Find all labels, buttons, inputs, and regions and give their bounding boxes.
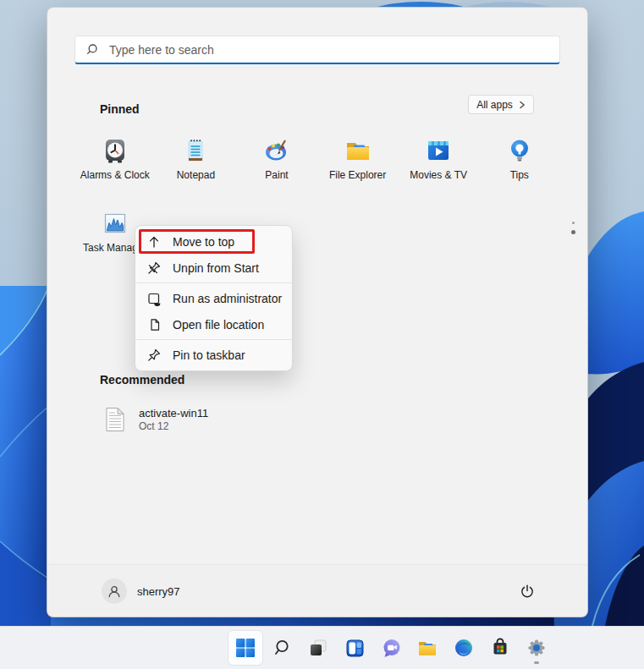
all-apps-button[interactable]: All apps <box>468 95 534 114</box>
person-icon <box>107 584 122 599</box>
taskbar-start-button[interactable] <box>228 631 262 665</box>
document-icon <box>105 407 125 432</box>
pinned-app-alarms-clock[interactable]: Alarms & Clock <box>74 133 156 181</box>
tips-icon <box>505 136 534 165</box>
taskbar <box>0 626 644 669</box>
taskbar-task-view-button[interactable] <box>301 631 335 665</box>
page-dot-2-active[interactable] <box>571 230 575 234</box>
taskbar-file-explorer-icon <box>416 637 438 659</box>
context-menu-item-pin-to-taskbar[interactable]: Pin to taskbar <box>135 342 292 368</box>
context-menu-item-run-as-administrator[interactable]: Run as administrator <box>135 285 292 311</box>
context-menu-label: Unpin from Start <box>173 261 259 275</box>
chat-icon <box>381 638 401 658</box>
recommended-item-name: activate-win11 <box>139 406 208 420</box>
pin-icon <box>146 348 162 363</box>
file-explorer-icon <box>344 136 372 165</box>
pinned-page-indicator[interactable] <box>571 222 575 234</box>
pinned-app-paint[interactable]: Paint <box>236 133 317 181</box>
movies-tv-icon <box>424 136 453 165</box>
taskbar-chat-button[interactable] <box>374 631 408 665</box>
search-box[interactable] <box>74 36 560 64</box>
app-label: Alarms & Clock <box>80 169 150 181</box>
context-menu-label: Move to top <box>173 235 234 249</box>
desktop-screen: Pinned All apps <box>0 0 644 669</box>
recommended-item-date: Oct 12 <box>139 420 208 433</box>
pinned-app-tips[interactable]: Tips <box>479 133 560 181</box>
taskbar-store-button[interactable] <box>483 631 517 665</box>
task-manager-context-menu: Move to top Unpin from Start Run as admi… <box>135 225 293 371</box>
arrow-up-icon <box>146 234 162 250</box>
pinned-grid-row1: Alarms & Clock Notepad <box>74 133 560 181</box>
open-file-location-icon <box>146 317 162 332</box>
page-dot-1[interactable] <box>572 222 575 224</box>
power-button[interactable] <box>510 574 544 608</box>
taskbar-search-button[interactable] <box>265 631 299 665</box>
unpin-icon <box>146 260 162 276</box>
taskbar-file-explorer-button[interactable] <box>410 631 444 665</box>
running-app-indicator <box>534 661 539 664</box>
store-icon <box>490 638 510 658</box>
taskbar-search-icon <box>272 638 292 658</box>
all-apps-label: All apps <box>476 99 513 111</box>
notepad-icon <box>181 136 210 165</box>
chevron-right-icon <box>519 101 526 109</box>
app-label: Movies & TV <box>410 169 467 181</box>
task-manager-icon <box>101 209 129 238</box>
search-icon <box>85 43 99 57</box>
start-menu-panel: Pinned All apps <box>47 7 588 617</box>
settings-gear-icon <box>526 638 547 658</box>
alarms-clock-icon <box>101 136 129 165</box>
app-label: Notepad <box>177 169 215 181</box>
taskbar-icons <box>228 631 553 665</box>
context-menu-label: Run as administrator <box>173 292 282 305</box>
app-label: File Explorer <box>329 169 386 181</box>
context-menu-label: Pin to taskbar <box>173 348 245 362</box>
windows-start-icon <box>235 638 256 658</box>
start-menu-user-bar: sherry97 <box>47 564 587 617</box>
app-label: Paint <box>265 169 288 181</box>
edge-icon <box>454 638 474 658</box>
recommended-section-title: Recommended <box>100 373 184 387</box>
context-menu-item-unpin-from-start[interactable]: Unpin from Start <box>135 255 292 281</box>
paint-icon <box>262 136 291 165</box>
taskbar-edge-button[interactable] <box>447 631 481 665</box>
pinned-app-notepad[interactable]: Notepad <box>156 133 237 181</box>
context-menu-item-move-to-top[interactable]: Move to top <box>135 228 292 255</box>
search-input[interactable] <box>107 42 549 58</box>
run-as-admin-icon <box>146 291 162 306</box>
context-menu-item-open-file-location[interactable]: Open file location <box>135 311 292 337</box>
app-label: Tips <box>510 169 529 181</box>
taskbar-widgets-button[interactable] <box>338 631 372 665</box>
context-menu-separator <box>135 282 292 283</box>
context-menu-separator <box>135 339 292 340</box>
context-menu-label: Open file location <box>173 318 264 332</box>
widgets-icon <box>344 638 365 658</box>
recommended-item-activate-win11[interactable]: activate-win11 Oct 12 <box>95 398 306 441</box>
power-icon <box>520 584 535 599</box>
user-name[interactable]: sherry97 <box>137 565 180 617</box>
user-avatar[interactable] <box>102 579 127 604</box>
pinned-app-file-explorer[interactable]: File Explorer <box>317 133 399 181</box>
pinned-app-movies-tv[interactable]: Movies & TV <box>398 133 479 181</box>
taskbar-settings-button[interactable] <box>520 631 553 665</box>
task-view-icon <box>308 638 328 658</box>
pinned-section-title: Pinned <box>100 102 140 116</box>
